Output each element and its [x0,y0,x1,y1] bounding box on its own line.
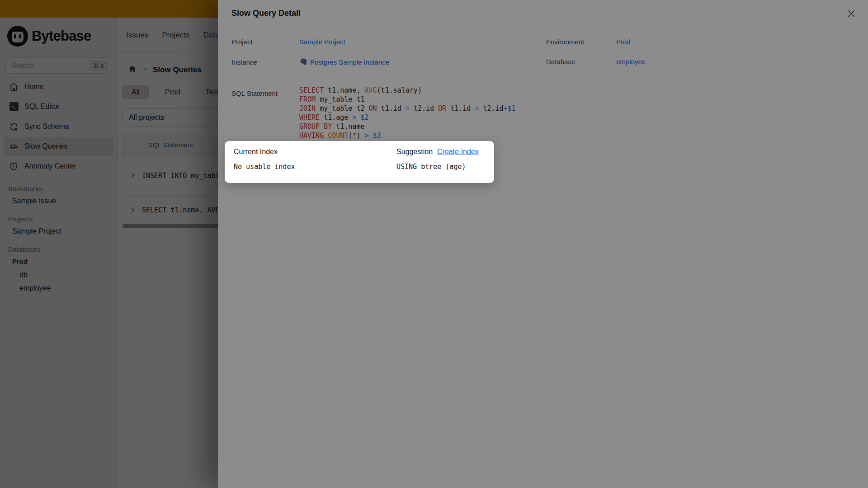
suggestion-value: USING btree (age) [396,163,485,171]
index-suggestion-card: Current Index Suggestion Create Index No… [225,141,494,183]
screen: Bytebase Search ⌘ K Home >_ SQL Editor [0,0,868,488]
suggestion-header: Suggestion Create Index [396,148,485,156]
current-index-label: Current Index [234,148,396,156]
create-index-link[interactable]: Create Index [437,148,479,156]
current-index-value: No usable index [234,163,396,171]
suggestion-label: Suggestion [396,148,433,156]
dim-overlay [0,0,868,488]
